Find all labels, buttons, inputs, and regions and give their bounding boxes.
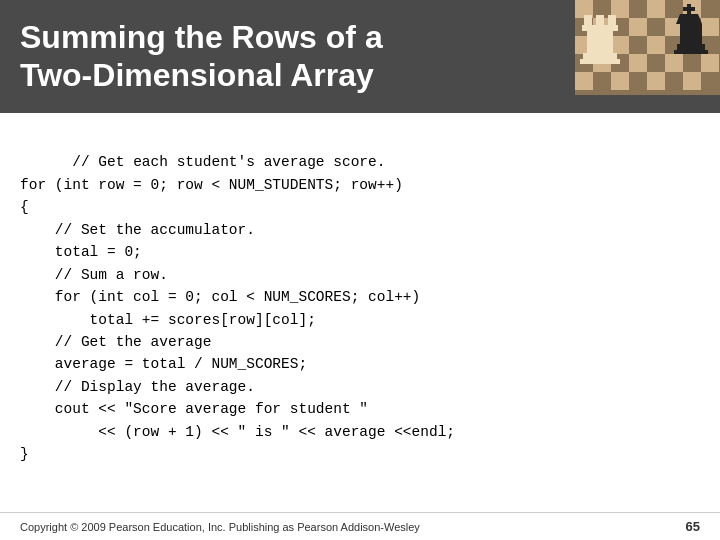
svg-rect-19	[647, 72, 665, 90]
code-line-7: for (int col = 0; col < NUM_SCORES; col+…	[20, 289, 420, 305]
svg-rect-22	[683, 7, 695, 11]
svg-rect-3	[647, 0, 665, 18]
code-line-14: }	[20, 446, 29, 462]
copyright-text: Copyright © 2009 Pearson Education, Inc.…	[20, 521, 420, 533]
svg-rect-24	[680, 24, 702, 44]
code-line-9: // Get the average	[20, 334, 211, 350]
svg-rect-8	[701, 18, 719, 36]
slide-title: Summing the Rows of a Two-Dimensional Ar…	[20, 18, 383, 95]
svg-rect-20	[683, 72, 701, 90]
svg-rect-30	[582, 25, 618, 31]
svg-rect-18	[611, 72, 629, 90]
svg-rect-16	[701, 54, 719, 72]
code-line-1: // Get each student's average score.	[72, 154, 385, 170]
slide-footer: Copyright © 2009 Pearson Education, Inc.…	[0, 512, 720, 540]
svg-rect-25	[677, 44, 705, 50]
svg-rect-31	[587, 31, 613, 53]
title-line1: Summing the Rows of a	[20, 19, 383, 55]
svg-rect-15	[665, 54, 683, 72]
code-block: // Get each student's average score. for…	[20, 129, 700, 489]
code-line-12: cout << "Score average for student "	[20, 401, 368, 417]
code-line-8: total += scores[row][col];	[20, 312, 316, 328]
svg-rect-29	[608, 15, 616, 25]
chess-decoration	[575, 0, 720, 95]
code-line-10: average = total / NUM_SCORES;	[20, 356, 307, 372]
slide: Summing the Rows of a Two-Dimensional Ar…	[0, 0, 720, 540]
svg-rect-6	[629, 18, 647, 36]
svg-rect-32	[583, 53, 617, 59]
svg-marker-23	[676, 14, 702, 24]
code-line-5: total = 0;	[20, 244, 142, 260]
svg-rect-26	[674, 50, 708, 54]
slide-header: Summing the Rows of a Two-Dimensional Ar…	[0, 0, 720, 113]
page-number: 65	[686, 519, 700, 534]
svg-rect-28	[596, 15, 604, 25]
svg-rect-11	[647, 36, 665, 54]
code-line-11: // Display the average.	[20, 379, 255, 395]
code-line-13: << (row + 1) << " is " << average <<endl…	[20, 424, 455, 440]
title-line2: Two-Dimensional Array	[20, 57, 374, 93]
slide-content: // Get each student's average score. for…	[0, 113, 720, 512]
code-line-6: // Sum a row.	[20, 267, 168, 283]
code-line-4: // Set the accumulator.	[20, 222, 255, 238]
code-line-3: {	[20, 199, 29, 215]
code-line-2: for (int row = 0; row < NUM_STUDENTS; ro…	[20, 177, 403, 193]
svg-rect-10	[611, 36, 629, 54]
svg-rect-17	[575, 72, 593, 90]
svg-rect-14	[629, 54, 647, 72]
svg-rect-27	[584, 15, 592, 25]
svg-rect-33	[580, 59, 620, 64]
